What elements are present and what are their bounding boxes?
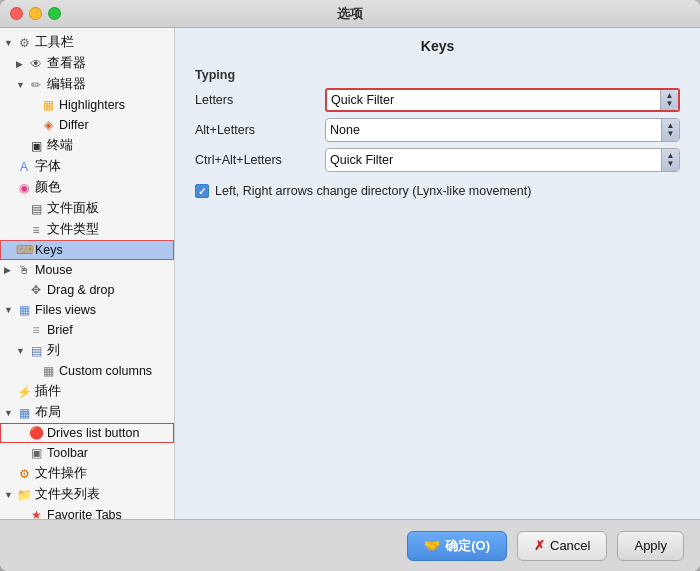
customcols-icon: ▦ (40, 363, 56, 379)
alt-letters-row: Alt+Letters None ▲▼ (195, 118, 680, 142)
arrow-icon: ▶ (4, 265, 14, 275)
favtabs-icon: ★ (28, 507, 44, 519)
alt-letters-value: None (330, 123, 657, 137)
window-controls (10, 7, 61, 20)
ctrl-alt-letters-select[interactable]: Quick Filter ▲▼ (325, 148, 680, 172)
sidebar-label-differ: Differ (59, 118, 89, 132)
letters-select[interactable]: Quick Filter ▲▼ (325, 88, 680, 112)
sidebar-item-brief[interactable]: ≡Brief (0, 320, 174, 340)
sidebar-item-toolbar[interactable]: ▼⚙工具栏 (0, 32, 174, 53)
toolbar2-icon: ▣ (28, 445, 44, 461)
panel-content: Typing Letters Quick Filter ▲▼ Alt+Lette… (175, 60, 700, 519)
cancel-label: Cancel (550, 538, 590, 553)
sidebar-label-highlighters: Highlighters (59, 98, 125, 112)
highlighters-icon: ▦ (40, 97, 56, 113)
sidebar-item-color[interactable]: ◉颜色 (0, 177, 174, 198)
sidebar-label-layout: 布局 (35, 404, 61, 421)
sidebar-label-filesviews: Files views (35, 303, 96, 317)
sidebar-item-foldertabs[interactable]: ▼📁文件夹列表 (0, 484, 174, 505)
foldertabs-icon: 📁 (16, 487, 32, 503)
sidebar-item-differ[interactable]: ◈Differ (0, 115, 174, 135)
alt-letters-label: Alt+Letters (195, 123, 325, 137)
sidebar-item-list[interactable]: ▼▤列 (0, 340, 174, 361)
lynx-checkbox[interactable]: ✓ (195, 184, 209, 198)
sidebar-label-filetype: 文件类型 (47, 221, 99, 238)
apply-button[interactable]: Apply (617, 531, 684, 561)
ctrl-alt-letters-arrows[interactable]: ▲▼ (661, 149, 679, 171)
panel-title: Keys (175, 28, 700, 60)
terminal-icon: ▣ (28, 138, 44, 154)
mouse-icon: 🖱 (16, 262, 32, 278)
letters-arrows[interactable]: ▲▼ (660, 90, 678, 110)
sidebar-label-plugins: 插件 (35, 383, 61, 400)
letters-row: Letters Quick Filter ▲▼ (195, 88, 680, 112)
sidebar-item-driveslist[interactable]: 🔴Drives list button (0, 423, 174, 443)
title-bar: 选项 (0, 0, 700, 28)
filesviews-icon: ▦ (16, 302, 32, 318)
lynx-label: Left, Right arrows change directory (Lyn… (215, 184, 531, 198)
color-icon: ◉ (16, 180, 32, 196)
ok-icon: 🤝 (424, 538, 440, 553)
sidebar-item-fileops[interactable]: ⚙文件操作 (0, 463, 174, 484)
arrow-icon: ▼ (4, 305, 14, 315)
arrow-icon: ▼ (4, 38, 14, 48)
letters-label: Letters (195, 93, 325, 107)
list-icon: ▤ (28, 343, 44, 359)
arrow-icon: ▼ (4, 408, 14, 418)
alt-letters-select[interactable]: None ▲▼ (325, 118, 680, 142)
maximize-button[interactable] (48, 7, 61, 20)
sidebar-label-editor: 编辑器 (47, 76, 86, 93)
sidebar-item-filepanel[interactable]: ▤文件面板 (0, 198, 174, 219)
driveslist-icon: 🔴 (28, 425, 44, 441)
sidebar-item-toolbar2[interactable]: ▣Toolbar (0, 443, 174, 463)
sidebar-item-customcols[interactable]: ▦Custom columns (0, 361, 174, 381)
editor-icon: ✏ (28, 77, 44, 93)
ctrl-alt-letters-value: Quick Filter (330, 153, 657, 167)
sidebar-item-editor[interactable]: ▼✏编辑器 (0, 74, 174, 95)
cancel-button[interactable]: ✗ Cancel (517, 531, 607, 561)
arrow-icon: ▶ (16, 59, 26, 69)
sidebar-item-favtabs[interactable]: ★Favorite Tabs (0, 505, 174, 519)
arrow-icon: ▼ (4, 490, 14, 500)
bottom-bar: 🤝 确定(O) ✗ Cancel Apply (0, 519, 700, 571)
dialog: 选项 ▼⚙工具栏▶👁查看器▼✏编辑器▦Highlighters◈Differ▣终… (0, 0, 700, 571)
alt-letters-arrows[interactable]: ▲▼ (661, 119, 679, 141)
sidebar-label-brief: Brief (47, 323, 73, 337)
sidebar-label-font: 字体 (35, 158, 61, 175)
font-icon: A (16, 159, 32, 175)
sidebar-item-dragdrop[interactable]: ✥Drag & drop (0, 280, 174, 300)
typing-section-label: Typing (195, 68, 680, 82)
brief-icon: ≡ (28, 322, 44, 338)
main-panel: Keys Typing Letters Quick Filter ▲▼ Alt+… (175, 28, 700, 519)
sidebar-item-terminal[interactable]: ▣终端 (0, 135, 174, 156)
arrow-icon: ▼ (16, 80, 26, 90)
minimize-button[interactable] (29, 7, 42, 20)
sidebar-item-keys[interactable]: ⌨Keys (0, 240, 174, 260)
plugins-icon: ⚡ (16, 384, 32, 400)
letters-value: Quick Filter (331, 93, 656, 107)
close-button[interactable] (10, 7, 23, 20)
sidebar: ▼⚙工具栏▶👁查看器▼✏编辑器▦Highlighters◈Differ▣终端A字… (0, 28, 175, 519)
sidebar-item-filetype[interactable]: ≡文件类型 (0, 219, 174, 240)
viewer-icon: 👁 (28, 56, 44, 72)
sidebar-item-viewer[interactable]: ▶👁查看器 (0, 53, 174, 74)
fileops-icon: ⚙ (16, 466, 32, 482)
sidebar-item-plugins[interactable]: ⚡插件 (0, 381, 174, 402)
sidebar-item-highlighters[interactable]: ▦Highlighters (0, 95, 174, 115)
window-title: 选项 (337, 5, 363, 23)
sidebar-item-layout[interactable]: ▼▦布局 (0, 402, 174, 423)
dragdrop-icon: ✥ (28, 282, 44, 298)
content-area: ▼⚙工具栏▶👁查看器▼✏编辑器▦Highlighters◈Differ▣终端A字… (0, 28, 700, 519)
ok-label: 确定(O) (445, 537, 490, 555)
sidebar-item-font[interactable]: A字体 (0, 156, 174, 177)
checkbox-row: ✓ Left, Right arrows change directory (L… (195, 184, 680, 198)
apply-label: Apply (634, 538, 667, 553)
sidebar-label-driveslist: Drives list button (47, 426, 139, 440)
sidebar-item-filesviews[interactable]: ▼▦Files views (0, 300, 174, 320)
ok-button[interactable]: 🤝 确定(O) (407, 531, 507, 561)
ctrl-alt-letters-label: Ctrl+Alt+Letters (195, 153, 325, 167)
sidebar-item-mouse[interactable]: ▶🖱Mouse (0, 260, 174, 280)
sidebar-label-customcols: Custom columns (59, 364, 152, 378)
sidebar-label-keys: Keys (35, 243, 63, 257)
toolbar-icon: ⚙ (16, 35, 32, 51)
